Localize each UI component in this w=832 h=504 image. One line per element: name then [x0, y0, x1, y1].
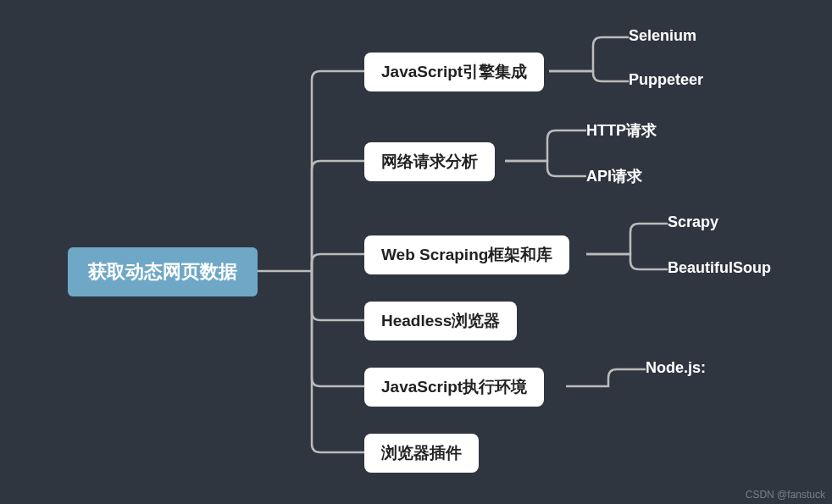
leaf-label: Selenium [629, 27, 696, 45]
leaf-scrapy: Scrapy [668, 213, 718, 231]
leaf-selenium: Selenium [629, 27, 696, 45]
leaf-label: BeautifulSoup [668, 259, 771, 277]
leaf-label: Node.js: [646, 359, 706, 377]
leaf-api-request: API请求 [586, 166, 642, 186]
branch-label: Web Scraping框架和库 [381, 244, 552, 266]
branch-web-scraping[interactable]: Web Scraping框架和库 [364, 235, 569, 274]
branch-label: JavaScript引擎集成 [381, 61, 527, 83]
branch-label: 网络请求分析 [381, 151, 478, 173]
leaf-puppeteer: Puppeteer [629, 71, 703, 89]
leaf-label: HTTP请求 [586, 120, 657, 141]
branch-network-analysis[interactable]: 网络请求分析 [364, 142, 495, 181]
leaf-nodejs: Node.js: [646, 359, 706, 377]
branch-headless-browser[interactable]: Headless浏览器 [364, 302, 517, 341]
leaf-label: Puppeteer [629, 71, 703, 89]
branch-js-runtime[interactable]: JavaScript执行环境 [364, 368, 544, 407]
root-label: 获取动态网页数据 [88, 259, 237, 285]
leaf-label: API请求 [586, 166, 642, 186]
branch-js-engine[interactable]: JavaScript引擎集成 [364, 53, 544, 91]
leaf-beautifulsoup: BeautifulSoup [668, 259, 771, 277]
attribution-watermark: CSDN @fanstuck [746, 489, 825, 501]
branch-label: 浏览器插件 [381, 442, 462, 464]
branch-label: JavaScript执行环境 [381, 376, 527, 398]
branch-label: Headless浏览器 [381, 310, 500, 332]
root-node[interactable]: 获取动态网页数据 [68, 247, 258, 296]
leaf-http-request: HTTP请求 [586, 120, 657, 141]
branch-browser-plugin[interactable]: 浏览器插件 [364, 434, 479, 473]
leaf-label: Scrapy [668, 213, 718, 231]
